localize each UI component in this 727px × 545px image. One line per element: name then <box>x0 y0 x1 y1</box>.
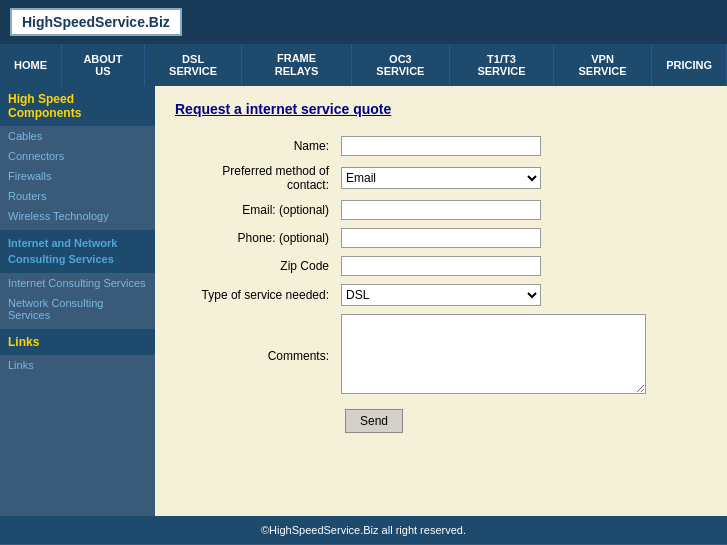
contact-label: Preferred method ofcontact: <box>175 160 335 196</box>
name-input[interactable] <box>341 136 541 156</box>
name-label: Name: <box>175 132 335 160</box>
service-select[interactable]: DSL T1 T3 OC3 VPN Frame Relay <box>341 284 541 306</box>
nav-home[interactable]: HOME <box>0 44 62 86</box>
contact-select[interactable]: Email Phone Mail <box>341 167 541 189</box>
nav: HOME ABOUT US DSL SERVICE FRAME RELAYS O… <box>0 44 727 86</box>
email-label: Email: (optional) <box>175 196 335 224</box>
sidebar-bottom <box>0 375 155 455</box>
nav-dsl[interactable]: DSL SERVICE <box>145 44 242 86</box>
sidebar-header-highspeed[interactable]: High Speed Components <box>0 86 155 126</box>
sidebar-header-links[interactable]: Links <box>0 329 155 355</box>
sidebar: High Speed Components Cables Connectors … <box>0 86 155 516</box>
email-input[interactable] <box>341 200 541 220</box>
footer-text: ©HighSpeedService.Biz all right reserved… <box>261 524 466 536</box>
sidebar-item-wireless[interactable]: Wireless Technology <box>0 206 155 226</box>
phone-input[interactable] <box>341 228 541 248</box>
sidebar-item-routers[interactable]: Routers <box>0 186 155 206</box>
nav-oc3[interactable]: OC3 SERVICE <box>352 44 450 86</box>
send-button[interactable]: Send <box>345 409 403 433</box>
comments-textarea[interactable] <box>341 314 646 394</box>
sidebar-item-internet-consulting[interactable]: Internet Consulting Services <box>0 273 155 293</box>
sidebar-item-firewalls[interactable]: Firewalls <box>0 166 155 186</box>
sidebar-header-consulting[interactable]: Internet and Network Consulting Services <box>0 230 155 273</box>
sidebar-item-connectors[interactable]: Connectors <box>0 146 155 166</box>
header: HighSpeedService.Biz <box>0 0 727 44</box>
logo: HighSpeedService.Biz <box>10 8 182 36</box>
content-area: Request a internet service quote Name: P… <box>155 86 727 516</box>
sidebar-item-cables[interactable]: Cables <box>0 126 155 146</box>
nav-frame[interactable]: FRAME RELAYS <box>242 44 351 86</box>
zip-label: Zip Code <box>175 252 335 280</box>
footer: ©HighSpeedService.Biz all right reserved… <box>0 516 727 544</box>
main: High Speed Components Cables Connectors … <box>0 86 727 516</box>
sidebar-item-network-consulting[interactable]: Network Consulting Services <box>0 293 155 325</box>
page-title: Request a internet service quote <box>175 101 707 117</box>
comments-label: Comments: <box>175 310 335 401</box>
sidebar-item-links[interactable]: Links <box>0 355 155 375</box>
service-label: Type of service needed: <box>175 280 335 310</box>
phone-label: Phone: (optional) <box>175 224 335 252</box>
nav-about[interactable]: ABOUT US <box>62 44 145 86</box>
quote-form: Name: Preferred method ofcontact: Email … <box>175 132 652 401</box>
nav-t1t3[interactable]: T1/T3 SERVICE <box>450 44 554 86</box>
zip-input[interactable] <box>341 256 541 276</box>
nav-pricing[interactable]: PRICING <box>652 44 727 86</box>
nav-vpn[interactable]: VPN SERVICE <box>554 44 652 86</box>
